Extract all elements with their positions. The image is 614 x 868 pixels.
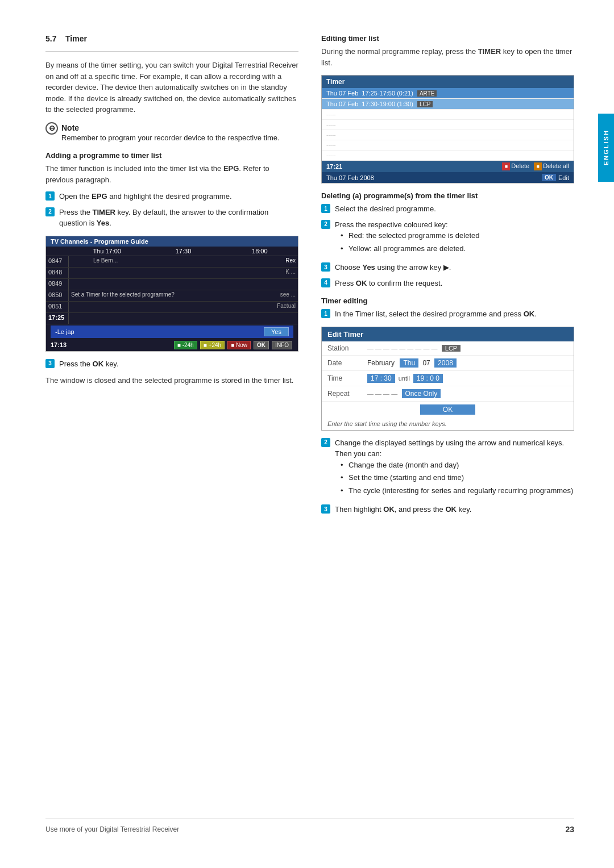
btn-minus24[interactable]: ■ -24h [174, 341, 197, 349]
timer-editing-title: Timer editing [321, 297, 574, 305]
step-3: 3 Press the OK key. [45, 358, 298, 370]
date-month: February [367, 359, 395, 367]
timer-list-header: Timer [322, 76, 574, 88]
edit-ok-btn[interactable]: OK [420, 404, 475, 415]
del-step-badge-1: 1 [321, 204, 330, 213]
repeat-value: — — — — Once Only [367, 389, 568, 398]
footer-date: Thu 07 Feb 2008 [326, 174, 374, 181]
step2-bullet-1: Change the date (month and day) [349, 460, 574, 471]
prog-0847: Le Bern...Rex [69, 256, 298, 267]
time-start: 17 : 30 [367, 374, 395, 383]
timer-row-6: ----- [322, 140, 574, 151]
prog-0851: Factual [69, 302, 298, 312]
dialog-yes-btn[interactable]: Yes [264, 327, 289, 336]
date-day-highlight: Thu [400, 358, 418, 368]
del-bullet-1: Red: the selected programme is deleted [349, 230, 480, 241]
ok-btn-small[interactable]: OK [542, 174, 556, 181]
step-badge-3: 3 [45, 359, 55, 368]
btn-plus24[interactable]: ■ +24h [200, 341, 225, 349]
edit-timer-date-row: Date February Thu 07 2008 [322, 356, 574, 371]
del-step-2-content: Press the respective coloured key: Red: … [335, 219, 480, 258]
main-content: 5.7 Timer By means of the timer setting,… [0, 0, 614, 868]
step-2: 2 Press the TIMER key. By default, the a… [45, 207, 298, 229]
step2-bullet-2: Set the time (starting and end time) [349, 472, 574, 483]
tv-row-1725: 17:25 [46, 313, 298, 324]
del-step-4: 4 Press OK to confirm the request. [321, 278, 574, 289]
step2-bullet-3: The cycle (interesting for series and re… [349, 485, 574, 496]
step-1-text: Open the EPG and highlight the desired p… [59, 191, 232, 202]
del-step-1-text: Select the desired programme. [335, 203, 436, 215]
repeat-label: Repeat [327, 390, 367, 398]
timer-row-5: ----- [322, 130, 574, 140]
tv-guide-bottom-bar: 17:13 ■ -24h ■ +24h ■ Now OK INFO [46, 339, 298, 351]
edit-label: Edit [558, 174, 569, 181]
footer-right: ■Delete ■Delete all [502, 162, 569, 170]
step2-bullets: Change the date (month and day) Set the … [349, 460, 574, 496]
note-content: Note Remember to program your recorder d… [61, 123, 280, 144]
date-label: Date [327, 359, 367, 367]
footer-text: Use more of your Digital Terrestrial Rec… [45, 825, 179, 833]
step-3-text: Press the OK key. [59, 358, 119, 370]
ch-0847: 0847 [46, 256, 69, 267]
ch-0848: 0848 [46, 268, 69, 278]
timer-row-1: Thu 07 Feb 17:25-17:50 (0:21) ARTE [322, 88, 574, 99]
step-badge-2: 2 [45, 207, 55, 216]
timer-edit-badge-1: 1 [321, 309, 330, 318]
btn-info[interactable]: INFO [272, 341, 292, 349]
english-tab: ENGLISH [598, 114, 614, 182]
tv-row-0847: 0847 Le Bern...Rex [46, 256, 298, 268]
ch-0850: 0850 [46, 290, 69, 301]
time-label: Time [327, 374, 367, 382]
btn-ok[interactable]: OK [254, 341, 269, 349]
note-box: ⊖ Note Remember to program your recorder… [45, 123, 298, 144]
del-step-3-text: Choose Yes using the arrow key ▶. [335, 262, 451, 273]
footer: Use more of your Digital Terrestrial Rec… [45, 819, 574, 834]
delete-btn[interactable]: ■Delete [502, 162, 529, 170]
right-column: Editing timer list During the normal pro… [321, 34, 574, 796]
del-step-1: 1 Select the desired programme. [321, 203, 574, 215]
timer-edit-step-1: 1 In the Timer list, select the desired … [321, 308, 574, 320]
timer-edit-step2-list: 2 Change the displayed settings by using… [321, 437, 574, 515]
del-step-badge-4: 4 [321, 278, 330, 287]
timer-row-2-text: Thu 07 Feb 17:30-19:00 (1:30) [326, 101, 413, 107]
prog-0850: Set a Timer for the selected programme?s… [69, 290, 298, 301]
prog-1725 [69, 313, 298, 324]
del-steps-list: 1 Select the desired programme. 2 Press … [321, 203, 574, 289]
del-step-3: 3 Choose Yes using the arrow key ▶. [321, 262, 574, 273]
timer-edit-step1-list: 1 In the Timer list, select the desired … [321, 308, 574, 320]
delete-all-btn[interactable]: ■Delete all [534, 162, 569, 170]
timer-edit-step-1-text: In the Timer list, select the desired pr… [335, 308, 537, 320]
dialog-row: -Le jap Yes [46, 324, 298, 339]
del-step-2: 2 Press the respective coloured key: Red… [321, 219, 574, 258]
del-step-badge-3: 3 [321, 262, 330, 272]
ch-1725: 17:25 [46, 313, 69, 324]
time-1: Thu 17:00 [69, 248, 145, 254]
editing-title: Editing timer list [321, 34, 574, 43]
window-closed-text: The window is closed and the selected pr… [45, 375, 298, 386]
dialog-label: -Le jap [55, 328, 74, 335]
del-bullets: Red: the selected programme is deleted Y… [349, 230, 480, 254]
note-label: Note [61, 123, 79, 132]
del-bullet-2: Yellow: all programmes are deleted. [349, 243, 480, 254]
date-value: February Thu 07 2008 [367, 358, 568, 368]
tv-row-0849: 0849 [46, 279, 298, 290]
tv-row-0851: 0851 Factual [46, 302, 298, 313]
section-number: 5.7 [45, 34, 56, 43]
btn-now[interactable]: ■ Now [227, 341, 251, 349]
timer-list-footer: 17:21 ■Delete ■Delete all [322, 161, 574, 172]
adding-title: Adding a programme to timer list [45, 151, 298, 160]
del-step-badge-2: 2 [321, 220, 330, 229]
edit-timer-ok-row: OK [322, 402, 574, 418]
timer-footer-date-row: Thu 07 Feb 2008 OK Edit [322, 172, 574, 183]
timer-row-1-text: Thu 07 Feb 17:25-17:50 (0:21) [326, 90, 413, 97]
timer-row-2: Thu 07 Feb 17:30-19:00 (1:30) LCP [322, 99, 574, 110]
timer-edit-badge-2: 2 [321, 438, 330, 447]
tv-row-0850: 0850 Set a Timer for the selected progra… [46, 290, 298, 302]
prog-0849 [69, 279, 298, 290]
editing-text: During the normal programme replay, pres… [321, 46, 574, 68]
ok-edit-row: OK Edit [542, 174, 569, 181]
step-2-text: Press the TIMER key. By default, the ans… [59, 207, 298, 229]
edit-timer-box: Edit Timer Station — — — — — — — — — LCP… [321, 327, 574, 431]
del-step-4-text: Press OK to confirm the request. [335, 278, 442, 289]
tv-guide-header: TV Channels - Programme Guide [46, 236, 298, 247]
